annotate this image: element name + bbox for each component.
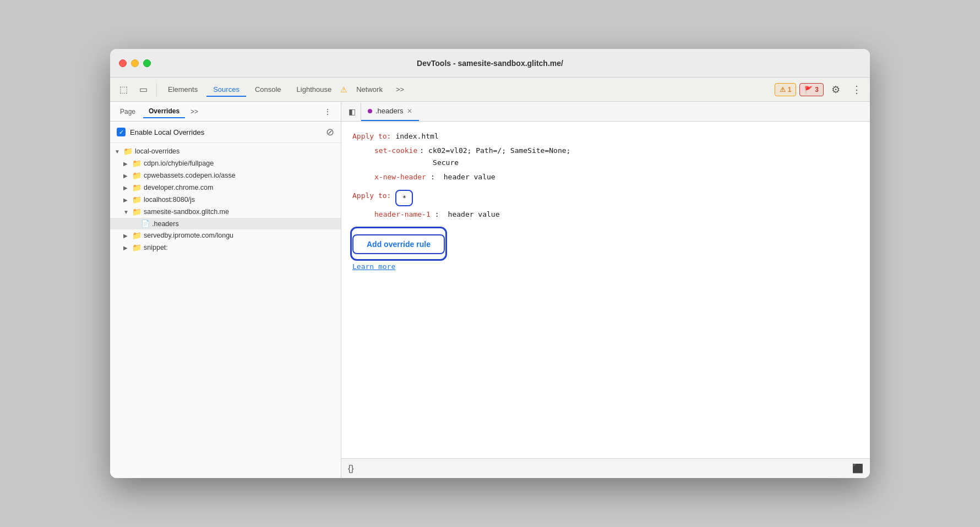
file-icon: 📄 xyxy=(141,219,150,228)
file-tree: ▼ 📁 local-overrides ▶ 📁 cdpn.io/chybie/f… xyxy=(110,143,341,478)
sidebar-tab-overrides[interactable]: Overrides xyxy=(143,105,185,118)
block-network-icon[interactable]: ⊘ xyxy=(326,126,334,138)
close-button[interactable] xyxy=(119,59,127,67)
tree-arrow-icon: ▶ xyxy=(123,245,130,251)
tree-item-local-overrides[interactable]: ▼ 📁 local-overrides xyxy=(110,145,341,157)
tab-sources[interactable]: Sources xyxy=(206,82,246,97)
x-new-header-colon: : xyxy=(431,171,435,183)
sidebar-actions: ⋮ xyxy=(319,103,336,120)
x-new-header-value: header value xyxy=(444,171,496,183)
set-cookie-block: set-cookie : ck02=vl02; Path=/; SameSite… xyxy=(352,145,859,169)
window-title: DevTools - samesite-sandbox.glitch.me/ xyxy=(417,59,563,68)
sidebar: Page Overrides >> ⋮ ✓ Enable Local Overr… xyxy=(110,102,341,478)
tree-arrow-icon: ▶ xyxy=(123,161,130,167)
network-warning-tab[interactable]: ⚠ Network xyxy=(340,82,389,97)
tab-separator xyxy=(156,83,157,96)
tabs-right-actions: ⚠ 1 🚩 3 ⚙ ⋮ xyxy=(775,81,865,98)
more-tabs-button[interactable]: >> xyxy=(391,83,409,96)
error-count: 3 xyxy=(815,86,819,94)
tree-arrow-icon: ▶ xyxy=(123,233,130,239)
settings-icon[interactable]: ⚙ xyxy=(827,81,845,98)
tree-label: localhost:8080/js xyxy=(144,196,195,204)
apply-to-star-input[interactable]: * xyxy=(395,190,413,206)
header-name-key: header-name-1 xyxy=(374,208,431,221)
tree-item-samesite-sandbox[interactable]: ▼ 📁 samesite-sandbox.glitch.me xyxy=(110,206,341,218)
sidebar-tab-page[interactable]: Page xyxy=(115,106,141,118)
folder-icon: 📁 xyxy=(123,147,133,156)
folder-icon: 📁 xyxy=(132,171,141,180)
error-icon: 🚩 xyxy=(804,86,813,94)
editor-file-tab-headers[interactable]: .headers ✕ xyxy=(361,102,419,121)
footer-right: ⬛ xyxy=(852,463,863,474)
tab-lighthouse[interactable]: Lighthouse xyxy=(290,82,339,97)
tree-item-developer-chrome[interactable]: ▶ 📁 developer.chrome.com xyxy=(110,182,341,194)
tree-label: cdpn.io/chybie/fullpage xyxy=(144,160,214,167)
editor-panel: ◧ .headers ✕ Apply to: index.html xyxy=(341,102,870,478)
set-cookie-value-2: Secure xyxy=(428,157,570,169)
device-toolbar-icon[interactable]: ▭ xyxy=(134,81,152,98)
inspect-element-icon[interactable]: ⬚ xyxy=(115,81,132,98)
editor-sidebar-toggle-icon[interactable]: ◧ xyxy=(344,103,361,120)
maximize-button[interactable] xyxy=(143,59,151,67)
sidebar-more-tabs[interactable]: >> xyxy=(187,107,202,117)
titlebar: DevTools - samesite-sandbox.glitch.me/ xyxy=(110,49,870,78)
close-tab-icon[interactable]: ✕ xyxy=(407,107,412,115)
minimize-button[interactable] xyxy=(131,59,139,67)
apply-to-line-1: Apply to: index.html xyxy=(352,130,859,142)
x-new-header-key: x-new-header xyxy=(374,171,426,183)
devtools-window: DevTools - samesite-sandbox.glitch.me/ ⬚… xyxy=(110,49,870,478)
tree-arrow-icon: ▶ xyxy=(123,185,130,191)
tree-arrow-icon: ▶ xyxy=(123,197,130,203)
header-name-colon: : xyxy=(435,208,439,221)
editor-file-tab-label: .headers xyxy=(375,107,404,115)
warning-badge-button[interactable]: ⚠ 1 xyxy=(775,83,797,96)
tree-label: servedby.ipromote.com/longu xyxy=(144,232,233,239)
tree-item-servedby-ipromote[interactable]: ▶ 📁 servedby.ipromote.com/longu xyxy=(110,229,341,241)
main-content: Page Overrides >> ⋮ ✓ Enable Local Overr… xyxy=(110,102,870,478)
tree-item-cpwebassets[interactable]: ▶ 📁 cpwebassets.codepen.io/asse xyxy=(110,169,341,182)
tree-item-cdpn[interactable]: ▶ 📁 cdpn.io/chybie/fullpage xyxy=(110,157,341,169)
folder-icon: 📁 xyxy=(132,243,141,252)
enable-overrides-checkbox[interactable]: ✓ xyxy=(117,128,126,136)
enable-overrides-label[interactable]: ✓ Enable Local Overrides xyxy=(117,128,204,136)
tab-elements[interactable]: Elements xyxy=(161,82,204,97)
folder-icon: 📁 xyxy=(132,207,141,216)
tree-arrow-icon: ▼ xyxy=(123,209,130,215)
sidebar-menu-icon[interactable]: ⋮ xyxy=(319,103,336,120)
tabs-bar: ⬚ ▭ Elements Sources Console Lighthouse … xyxy=(110,78,870,102)
traffic-lights xyxy=(119,59,151,67)
tree-arrow-icon: ▶ xyxy=(123,173,130,179)
enable-overrides-text: Enable Local Overrides xyxy=(130,128,204,136)
warning-triangle-icon: ⚠ xyxy=(340,85,347,94)
header-name-value: header value xyxy=(448,208,500,221)
sidebar-tabs: Page Overrides >> ⋮ xyxy=(110,102,341,122)
tree-label: .headers xyxy=(152,220,179,228)
warning-icon: ⚠ xyxy=(780,86,786,94)
apply-to-keyword-1: Apply to: xyxy=(352,130,391,142)
add-override-highlight-wrapper: Add override rule xyxy=(352,229,445,259)
editor-footer: {} ⬛ xyxy=(341,458,870,478)
set-cookie-values-col: ck02=vl02; Path=/; SameSite=None; Secure xyxy=(424,145,570,169)
tree-item-localhost[interactable]: ▶ 📁 localhost:8080/js xyxy=(110,194,341,206)
overrides-toolbar: ✓ Enable Local Overrides ⊘ xyxy=(110,122,341,143)
add-override-rule-button[interactable]: Add override rule xyxy=(352,234,445,254)
error-badge-button[interactable]: 🚩 3 xyxy=(799,83,824,96)
set-cookie-key: set-cookie xyxy=(374,145,417,157)
tree-arrow-icon: ▼ xyxy=(115,149,121,155)
folder-icon: 📁 xyxy=(132,195,141,204)
tab-network[interactable]: Network xyxy=(350,82,389,97)
screenshot-icon[interactable]: ⬛ xyxy=(852,464,863,473)
tree-item-headers-file[interactable]: 📄 .headers xyxy=(110,218,341,229)
set-cookie-value-1: ck02=vl02; Path=/; SameSite=None; xyxy=(428,145,570,157)
tree-item-snippet[interactable]: ▶ 📁 snippet: xyxy=(110,241,341,254)
folder-icon: 📁 xyxy=(132,231,141,240)
tree-label: snippet: xyxy=(144,244,168,251)
devtools-body: ⬚ ▭ Elements Sources Console Lighthouse … xyxy=(110,78,870,478)
tab-console[interactable]: Console xyxy=(248,82,288,97)
apply-to-value-1: index.html xyxy=(395,130,438,142)
more-options-icon[interactable]: ⋮ xyxy=(848,81,865,98)
pretty-print-icon[interactable]: {} xyxy=(348,464,354,474)
tree-label: cpwebassets.codepen.io/asse xyxy=(144,172,236,179)
learn-more-link[interactable]: Learn more xyxy=(352,261,859,273)
apply-to-keyword-2: Apply to: xyxy=(352,190,391,202)
